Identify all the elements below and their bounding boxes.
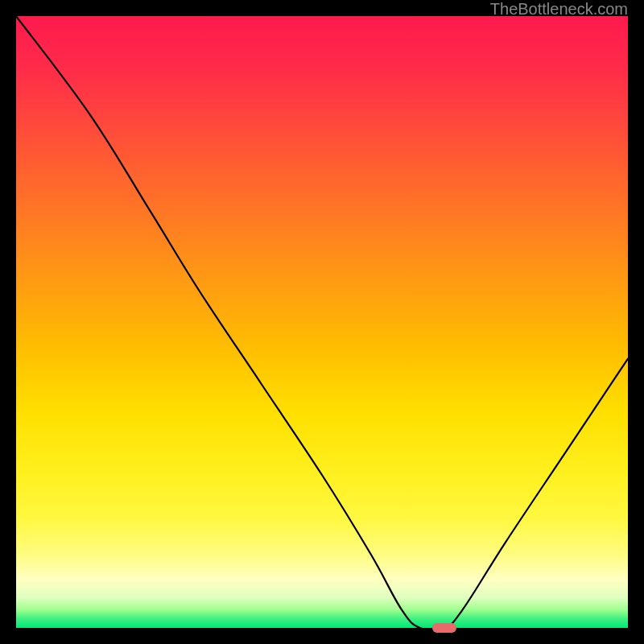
curve-layer	[16, 16, 628, 628]
chart-container: TheBottleneck.com	[0, 0, 644, 644]
bottleneck-curve	[16, 16, 628, 630]
plot-area	[16, 16, 628, 628]
watermark-text: TheBottleneck.com	[490, 0, 628, 19]
optimum-marker	[432, 623, 456, 633]
